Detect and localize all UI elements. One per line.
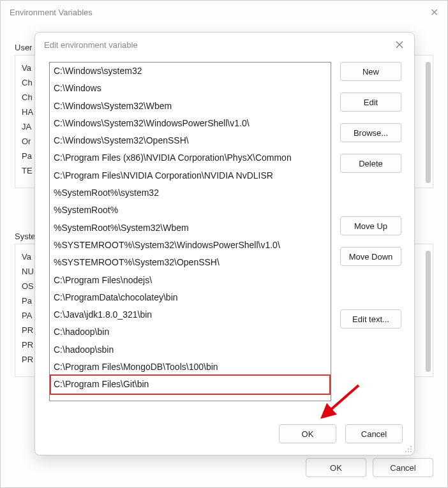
- edit-text-button[interactable]: Edit text...: [340, 309, 401, 329]
- list-item[interactable]: C:\Windows: [50, 80, 331, 97]
- ok-button[interactable]: OK: [279, 424, 336, 443]
- fg-body: C:\Windows\system32 C:\Windows C:\Window…: [35, 57, 414, 401]
- spacer: [340, 277, 401, 298]
- fg-footer: OK Cancel: [279, 424, 403, 443]
- browse-button[interactable]: Browse...: [340, 123, 401, 142]
- close-icon[interactable]: ✕: [430, 6, 438, 18]
- fg-title: Edit environment variable: [44, 40, 138, 50]
- list-item[interactable]: %SYSTEMROOT%\System32\OpenSSH\: [50, 254, 331, 271]
- list-item[interactable]: C:\Windows\system32: [50, 63, 331, 80]
- list-item[interactable]: C:\Windows\System32\Wbem: [50, 98, 331, 115]
- path-list[interactable]: C:\Windows\system32 C:\Windows C:\Window…: [49, 62, 331, 401]
- edit-button[interactable]: Edit: [340, 92, 401, 112]
- svg-point-4: [408, 451, 409, 452]
- list-item[interactable]: C:\Program Files (x86)\NVIDIA Corporatio…: [50, 149, 331, 166]
- fg-button-column: New Edit Browse... Delete Move Up Move D…: [340, 62, 401, 401]
- cancel-button[interactable]: Cancel: [345, 424, 403, 443]
- list-item[interactable]: %SYSTEMROOT%\System32\WindowsPowerShell\…: [50, 237, 331, 254]
- list-item[interactable]: C:\Program Files\NVIDIA Corporation\NVID…: [50, 167, 331, 184]
- spacer: [340, 184, 401, 205]
- cancel-button[interactable]: Cancel: [373, 458, 433, 477]
- list-item[interactable]: C:\Program Files\MongoDB\Tools\100\bin: [50, 359, 331, 376]
- close-icon[interactable]: [394, 39, 405, 50]
- svg-point-5: [410, 451, 412, 452]
- resize-grip-icon[interactable]: [405, 445, 412, 453]
- svg-point-2: [410, 448, 412, 450]
- bg-titlebar: Environment Variables ✕: [1, 1, 447, 24]
- fg-titlebar: Edit environment variable: [35, 33, 414, 57]
- list-item[interactable]: C:\Windows\System32\WindowsPowerShell\v1…: [50, 115, 331, 132]
- svg-point-1: [408, 448, 409, 450]
- list-item-highlighted[interactable]: C:\Program Files\Git\bin: [50, 374, 331, 394]
- list-item[interactable]: C:\Windows\System32\OpenSSH\: [50, 132, 331, 149]
- list-item[interactable]: C:\Java\jdk1.8.0_321\bin: [50, 306, 331, 323]
- list-item[interactable]: %SystemRoot%\System32\Wbem: [50, 219, 331, 237]
- svg-point-0: [410, 446, 412, 447]
- list-item[interactable]: C:\ProgramData\chocolatey\bin: [50, 289, 331, 306]
- scrollbar-thumb[interactable]: [426, 251, 431, 372]
- svg-point-3: [405, 451, 407, 452]
- bg-footer: OK Cancel: [306, 458, 433, 477]
- move-down-button[interactable]: Move Down: [340, 247, 401, 266]
- ok-button[interactable]: OK: [306, 458, 366, 477]
- edit-env-var-dialog: Edit environment variable C:\Windows\sys…: [34, 32, 415, 455]
- bg-title: Environment Variables: [10, 8, 93, 17]
- new-button[interactable]: New: [340, 62, 401, 81]
- list-item[interactable]: C:\Program Files\nodejs\: [50, 272, 331, 289]
- list-item[interactable]: %SystemRoot%\system32: [50, 184, 331, 202]
- delete-button[interactable]: Delete: [340, 154, 401, 173]
- scrollbar-thumb[interactable]: [426, 62, 431, 183]
- list-item[interactable]: C:\hadoop\bin: [50, 323, 331, 341]
- list-item[interactable]: C:\hadoop\sbin: [50, 341, 331, 359]
- list-item[interactable]: %SystemRoot%: [50, 202, 331, 219]
- move-up-button[interactable]: Move Up: [340, 216, 401, 235]
